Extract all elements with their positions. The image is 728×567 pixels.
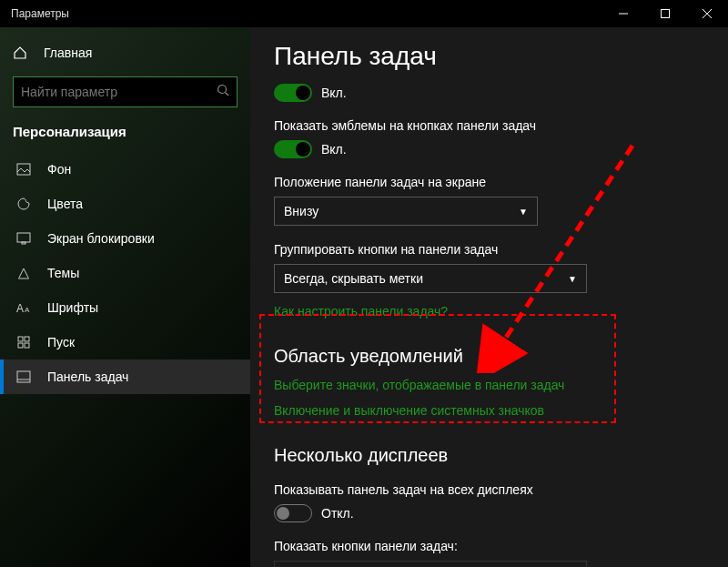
toggle-badges-state: Вкл. — [321, 142, 347, 157]
toggle-1[interactable] — [274, 84, 312, 102]
sidebar-item-label: Темы — [47, 266, 79, 280]
svg-rect-12 — [18, 337, 23, 341]
svg-rect-6 — [17, 164, 30, 175]
search-input[interactable] — [21, 85, 217, 99]
sidebar-item-label: Шрифты — [47, 300, 98, 315]
sidebar-item-lockscreen[interactable]: Экран блокировки — [0, 221, 250, 256]
svg-rect-8 — [22, 242, 25, 244]
svg-text:A: A — [16, 302, 24, 314]
toggle-badges[interactable] — [274, 140, 312, 158]
search-icon — [217, 84, 229, 100]
svg-rect-14 — [18, 343, 23, 348]
taskbar-icon — [16, 370, 35, 384]
group-value: Всегда, скрывать метки — [284, 271, 423, 286]
position-value: Внизу — [284, 204, 318, 218]
sidebar-item-fonts[interactable]: AA Шрифты — [0, 290, 250, 325]
minimize-button[interactable] — [602, 0, 644, 27]
window-title: Параметры — [11, 7, 69, 20]
svg-text:A: A — [25, 306, 30, 314]
badges-label: Показать эмблемы на кнопках панели задач — [274, 118, 704, 133]
titlebar: Параметры — [0, 0, 728, 27]
multi-label: Показывать панель задач на всех дисплеях — [274, 482, 704, 497]
window-controls — [602, 0, 728, 27]
toggle-1-state: Вкл. — [321, 86, 347, 100]
chevron-down-icon: ▼ — [568, 274, 577, 284]
sidebar: Главная Персонализация Фон Цвета Экран б… — [0, 27, 250, 567]
position-label: Положение панели задач на экране — [274, 175, 704, 189]
notification-area-heading: Область уведомлений — [274, 346, 704, 367]
home-label: Главная — [44, 46, 92, 60]
category-heading: Персонализация — [0, 124, 250, 152]
group-dropdown[interactable]: Всегда, скрывать метки ▼ — [274, 264, 587, 293]
sidebar-item-label: Панель задач — [47, 370, 128, 384]
sidebar-item-colors[interactable]: Цвета — [0, 187, 250, 221]
main-panel: Панель задач Вкл. Показать эмблемы на кн… — [250, 27, 728, 567]
sidebar-item-start[interactable]: Пуск — [0, 325, 250, 359]
svg-line-5 — [226, 93, 229, 96]
sidebar-item-themes[interactable]: Темы — [0, 256, 250, 290]
sidebar-item-taskbar[interactable]: Панель задач — [0, 359, 250, 394]
lock-screen-icon — [16, 231, 35, 246]
page-title: Панель задач — [274, 42, 704, 71]
multiple-displays-heading: Несколько дисплеев — [274, 445, 704, 466]
maximize-button[interactable] — [644, 0, 686, 27]
sidebar-item-background[interactable]: Фон — [0, 152, 250, 187]
group-label: Группировать кнопки на панели задач — [274, 242, 704, 257]
svg-rect-13 — [25, 337, 29, 341]
home-nav[interactable]: Главная — [0, 36, 250, 69]
svg-rect-1 — [662, 10, 670, 18]
close-button[interactable] — [686, 0, 728, 27]
sidebar-item-label: Фон — [47, 162, 71, 177]
toggle-multi[interactable] — [274, 504, 312, 522]
start-icon — [16, 335, 35, 349]
sidebar-item-label: Цвета — [47, 197, 83, 211]
multi-buttons-dropdown: Все панели задач ▼ — [274, 561, 587, 567]
fonts-icon: AA — [16, 301, 35, 314]
svg-rect-16 — [17, 371, 30, 382]
svg-point-4 — [218, 86, 227, 94]
help-link[interactable]: Как настроить панели задач? — [274, 304, 704, 319]
sidebar-item-label: Пуск — [47, 335, 75, 349]
select-icons-link[interactable]: Выберите значки, отображаемые в панели з… — [274, 378, 704, 392]
chevron-down-icon: ▼ — [519, 207, 528, 217]
position-dropdown[interactable]: Внизу ▼ — [274, 197, 538, 226]
system-icons-link[interactable]: Включение и выключение системных значков — [274, 403, 704, 418]
photo-icon — [16, 162, 35, 177]
svg-rect-7 — [17, 233, 30, 242]
svg-rect-15 — [25, 343, 29, 348]
palette-icon — [16, 197, 35, 211]
multi-buttons-label: Показать кнопки панели задач: — [274, 539, 704, 553]
themes-icon — [16, 266, 35, 280]
sidebar-item-label: Экран блокировки — [47, 231, 155, 246]
home-icon — [13, 46, 31, 60]
toggle-multi-state: Откл. — [321, 506, 354, 521]
search-box[interactable] — [13, 76, 238, 107]
